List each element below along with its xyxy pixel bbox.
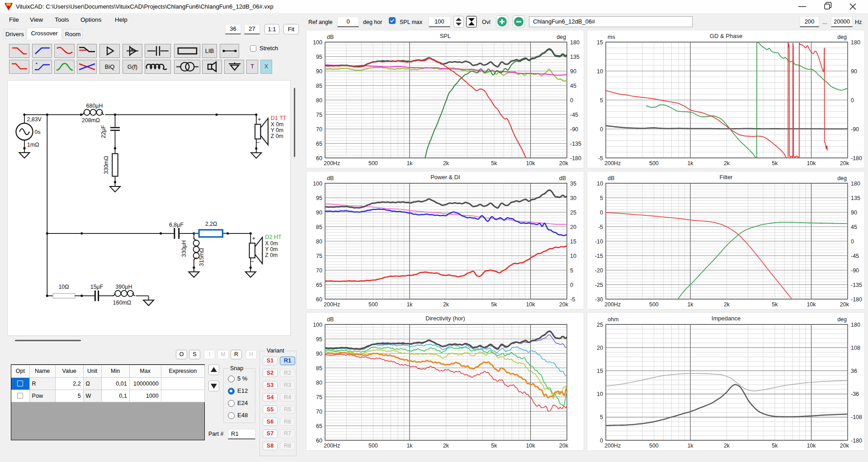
svg-text:65: 65 (316, 282, 322, 288)
svg-text:dB: dB (608, 175, 614, 181)
svg-text:10k: 10k (807, 443, 816, 449)
svg-text:80: 80 (316, 238, 322, 245)
svg-text:0: 0 (851, 238, 854, 245)
svg-text:60: 60 (316, 438, 322, 444)
svg-text:–: – (250, 257, 254, 264)
svg-text:36: 36 (851, 368, 857, 374)
svg-text:0: 0 (570, 97, 573, 104)
svg-text:500: 500 (649, 301, 659, 308)
svg-text:10k: 10k (526, 160, 535, 167)
svg-text:200Hz: 200Hz (324, 443, 340, 449)
svg-text:10k: 10k (807, 160, 816, 167)
svg-text:-10: -10 (595, 238, 603, 245)
svg-text:20k: 20k (559, 160, 569, 167)
svg-text:100: 100 (313, 322, 322, 328)
svg-text:80: 80 (316, 380, 322, 386)
svg-text:30: 30 (570, 195, 576, 201)
svg-text:-25: -25 (595, 282, 603, 288)
svg-text:-45: -45 (851, 253, 859, 259)
svg-text:15: 15 (597, 39, 603, 46)
svg-text:208mΩ: 208mΩ (82, 117, 100, 124)
svg-text:0: 0 (600, 438, 603, 444)
svg-text:20k: 20k (559, 443, 569, 449)
svg-text:100: 100 (313, 39, 322, 46)
svg-text:2k: 2k (724, 301, 730, 308)
svg-text:5k: 5k (772, 443, 778, 449)
svg-text:500: 500 (368, 301, 378, 308)
svg-text:deg: deg (837, 175, 847, 181)
svg-text:70: 70 (316, 126, 322, 133)
svg-text:315mΩ: 315mΩ (198, 248, 205, 266)
svg-text:200Hz: 200Hz (604, 443, 621, 449)
svg-text:5: 5 (570, 267, 573, 274)
svg-text:Y 0m: Y 0m (271, 127, 283, 133)
svg-text:25: 25 (597, 322, 603, 328)
svg-text:15: 15 (597, 368, 603, 374)
svg-text:45: 45 (570, 83, 576, 89)
svg-text:2k: 2k (724, 160, 730, 167)
svg-text:35: 35 (570, 181, 576, 187)
svg-text:1k: 1k (406, 443, 413, 449)
svg-text:65: 65 (316, 423, 322, 429)
svg-text:75: 75 (316, 112, 322, 118)
svg-text:60: 60 (316, 296, 322, 303)
svg-text:10: 10 (570, 253, 576, 259)
svg-text:-30: -30 (595, 296, 603, 303)
svg-text:180: 180 (851, 322, 860, 328)
svg-text:-36: -36 (851, 391, 859, 397)
svg-text:dB: dB (327, 34, 334, 40)
svg-text:180: 180 (851, 39, 860, 46)
svg-text:-5: -5 (598, 224, 603, 230)
svg-text:5k: 5k (772, 160, 778, 167)
svg-text:500: 500 (649, 443, 659, 449)
svg-text:135: 135 (570, 54, 580, 60)
svg-text:10k: 10k (526, 301, 535, 308)
svg-text:Impedance: Impedance (712, 315, 741, 322)
svg-text:1k: 1k (687, 160, 693, 167)
svg-text:-180: -180 (851, 155, 862, 162)
svg-text:-15: -15 (595, 253, 603, 259)
svg-text:10: 10 (597, 181, 603, 187)
svg-text:90: 90 (316, 210, 322, 216)
svg-text:0: 0 (851, 97, 854, 104)
svg-text:ms: ms (608, 34, 615, 40)
svg-text:200Hz: 200Hz (604, 160, 621, 167)
svg-text:-180: -180 (851, 296, 862, 303)
svg-text:2k: 2k (724, 443, 730, 449)
svg-text:dB: dB (327, 316, 334, 323)
svg-text:0s: 0s (35, 129, 41, 135)
svg-text:X 0m: X 0m (265, 240, 278, 247)
svg-text:90: 90 (316, 351, 322, 357)
svg-text:Filter: Filter (720, 174, 733, 181)
svg-text:500: 500 (368, 443, 378, 449)
svg-text:10: 10 (597, 391, 603, 397)
svg-text:-90: -90 (851, 126, 859, 133)
svg-text:-45: -45 (570, 112, 578, 118)
svg-text:330µH: 330µH (181, 240, 187, 257)
svg-text:25: 25 (570, 210, 576, 216)
svg-text:SPL: SPL (440, 33, 451, 39)
svg-text:5: 5 (600, 195, 603, 201)
svg-text:2k: 2k (443, 443, 449, 449)
svg-text:70: 70 (316, 267, 322, 274)
svg-text:1k: 1k (406, 160, 413, 167)
svg-text:deg: deg (837, 316, 847, 323)
svg-text:45: 45 (851, 224, 857, 230)
svg-text:-135: -135 (851, 282, 862, 288)
svg-text:20k: 20k (840, 301, 849, 308)
svg-text:+: + (252, 235, 255, 242)
svg-text:2,2Ω: 2,2Ω (205, 221, 217, 227)
svg-text:20k: 20k (840, 443, 849, 449)
svg-text:5k: 5k (491, 443, 497, 449)
svg-text:5: 5 (600, 97, 603, 104)
svg-text:GD & Phase: GD & Phase (710, 33, 742, 39)
svg-text:108: 108 (851, 345, 860, 351)
svg-text:330mΩ: 330mΩ (103, 156, 109, 174)
svg-text:1k: 1k (687, 443, 693, 449)
svg-text:90: 90 (851, 210, 857, 216)
svg-text:-90: -90 (851, 267, 859, 274)
svg-text:20: 20 (597, 345, 603, 351)
svg-text:95: 95 (316, 195, 322, 201)
svg-text:+: + (258, 116, 261, 123)
svg-text:5: 5 (600, 414, 603, 420)
